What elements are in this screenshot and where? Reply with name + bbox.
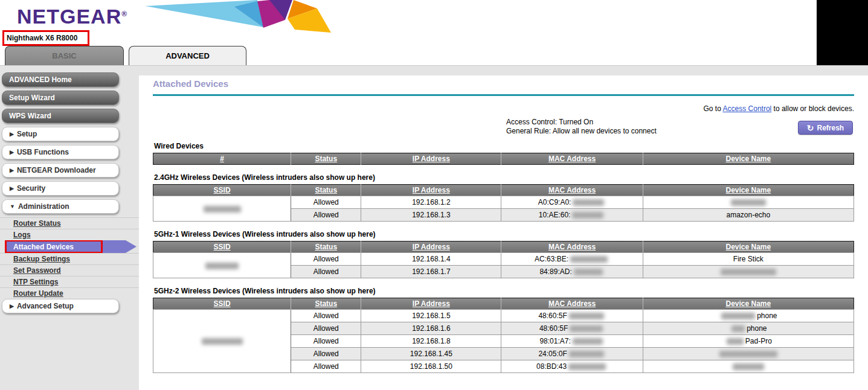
netgear-banner-graphic	[145, 0, 338, 33]
redacted-blur	[719, 351, 777, 357]
cell-text: Fire Stick	[733, 255, 764, 263]
registered-mark: ®	[121, 10, 127, 18]
sidebar-item-usb-functions[interactable]: ▶USB Functions	[2, 145, 119, 159]
sidebar-item-router-update[interactable]: Router Update	[0, 287, 139, 299]
device-name-cell: Pad-Pro	[643, 335, 854, 348]
sidebar-item-label: Security	[17, 184, 45, 193]
status-row: Access Control: Turned On General Rule: …	[153, 115, 854, 142]
sidebar-item-netgear-downloader[interactable]: ▶NETGEAR Downloader	[2, 163, 119, 177]
column-header-mac-address[interactable]: MAC Address	[501, 153, 643, 165]
status-cell: Allowed	[291, 209, 361, 222]
ip-address-cell: 192.168.1.5	[361, 310, 501, 322]
column-header-ssid[interactable]: SSID	[153, 185, 291, 196]
sidebar-item-label: WPS Wizard	[9, 112, 51, 120]
chevron-right-icon: ▶	[10, 167, 14, 173]
cell-text: 10:AE:60:	[539, 211, 571, 219]
sidebar-item-administration[interactable]: ▼Administration	[2, 199, 119, 214]
sidebar-item-label: USB Functions	[17, 148, 69, 156]
column-header-status[interactable]: Status	[291, 241, 361, 253]
redacted-blur	[731, 325, 745, 332]
section-label-2-4ghz-wireless-devices: 2.4GHz Wireless Devices (Wireless intrud…	[154, 173, 854, 182]
status-cell: Allowed	[291, 322, 361, 335]
router-admin-page: NETGEAR® Nighthawk X6 R8000 BASIC ADVANC…	[0, 0, 868, 390]
cell-text: Pad-Pro	[745, 337, 772, 345]
device-sections: Wired Devices#StatusIP AddressMAC Addres…	[153, 142, 854, 373]
table-row: Allowed192.168.1.548:60:5Fphone	[153, 310, 854, 322]
sidebar-item-wps-wizard[interactable]: WPS Wizard	[2, 109, 119, 123]
refresh-label: Refresh	[817, 124, 844, 132]
chevron-right-icon: ▶	[10, 303, 14, 309]
status-cell: Allowed	[291, 266, 361, 278]
column-header-ip-address[interactable]: IP Address	[361, 153, 501, 165]
status-cell: Allowed	[291, 348, 361, 360]
device-name-cell: amazon-echo	[643, 209, 854, 222]
table-header-row: #StatusIP AddressMAC AddressDevice Name	[153, 153, 854, 165]
mac-address-cell: 10:AE:60:	[501, 209, 643, 222]
sidebar-item-label: ADVANCED Home	[9, 75, 72, 84]
cell-text: phone	[757, 312, 777, 320]
column-header-status[interactable]: Status	[291, 153, 361, 165]
status-cell: Allowed	[291, 360, 361, 373]
column-header-ip-address[interactable]: IP Address	[361, 185, 501, 196]
column-header-device-name[interactable]: Device Name	[643, 185, 854, 196]
mac-address-cell: 98:01:A7:	[501, 335, 643, 348]
sidebar-item-router-status[interactable]: Router Status	[0, 217, 139, 229]
page-header: NETGEAR® Nighthawk X6 R8000 BASIC ADVANC…	[0, 0, 868, 65]
tab-basic[interactable]: BASIC	[5, 46, 124, 65]
sidebar-item-setup-wizard[interactable]: Setup Wizard	[2, 91, 119, 105]
column-header-mac-address[interactable]: MAC Address	[501, 185, 643, 196]
ip-address-cell: 192.168.1.50	[361, 360, 501, 373]
sidebar-item-label: Administration	[18, 202, 69, 211]
sidebar-item-attached-devices[interactable]: Attached Devices	[5, 240, 137, 253]
sidebar-item-logs[interactable]: Logs	[0, 229, 139, 240]
access-control-link[interactable]: Access Control	[723, 104, 772, 113]
refresh-button[interactable]: ↻ Refresh	[798, 121, 853, 135]
device-name-cell: phone	[643, 322, 854, 335]
sidebar-item-setup[interactable]: ▶Setup	[2, 127, 119, 141]
netgear-logo: NETGEAR®	[17, 5, 127, 28]
sidebar-item-advanced-home[interactable]: ADVANCED Home	[2, 72, 119, 87]
column-header-status[interactable]: Status	[291, 298, 361, 310]
sidebar-item-ntp-settings[interactable]: NTP Settings	[0, 276, 139, 287]
chevron-right-icon: ▶	[10, 149, 14, 155]
column-header-device-name[interactable]: Device Name	[643, 153, 854, 165]
sidebar-item-label: Advanced Setup	[17, 302, 74, 310]
column-header-ssid[interactable]: SSID	[153, 241, 291, 253]
section-label-5ghz-1-wireless-devices: 5GHz-1 Wireless Devices (Wireless intrud…	[154, 230, 854, 238]
column-header-ip-address[interactable]: IP Address	[361, 298, 501, 310]
redacted-blur	[731, 199, 766, 206]
main-content: Attached Devices Go to Access Control to…	[139, 75, 868, 390]
sidebar-item-set-password[interactable]: Set Password	[0, 264, 139, 276]
table-header-row: SSIDStatusIP AddressMAC AddressDevice Na…	[153, 298, 854, 310]
device-name-cell	[643, 196, 854, 209]
redacted-blur	[573, 338, 603, 345]
redacted-blur	[570, 256, 608, 263]
tab-advanced[interactable]: ADVANCED	[129, 46, 246, 65]
table-header-row: SSIDStatusIP AddressMAC AddressDevice Na…	[153, 241, 854, 253]
column-header-number[interactable]: #	[153, 153, 291, 165]
goto-suffix: to allow or block devices.	[771, 104, 854, 113]
ssid-cell	[153, 310, 291, 373]
redacted-blur	[568, 363, 606, 370]
device-name-cell	[643, 360, 854, 373]
access-control-note: Go to Access Control to allow or block d…	[153, 104, 854, 113]
column-header-status[interactable]: Status	[291, 185, 361, 196]
sidebar-item-security[interactable]: ▶Security	[2, 181, 119, 196]
redacted-blur	[205, 263, 239, 269]
mac-address-cell: AC:63:BE:	[501, 253, 643, 266]
column-header-mac-address[interactable]: MAC Address	[501, 241, 643, 253]
column-header-mac-address[interactable]: MAC Address	[501, 298, 643, 310]
column-header-device-name[interactable]: Device Name	[643, 298, 854, 310]
ip-address-cell: 192.168.1.45	[361, 348, 501, 360]
sidebar-item-label: Setup Wizard	[9, 94, 55, 102]
column-header-ssid[interactable]: SSID	[153, 298, 291, 310]
chevron-right-icon: ▶	[10, 185, 14, 191]
column-header-device-name[interactable]: Device Name	[643, 241, 854, 253]
column-header-ip-address[interactable]: IP Address	[361, 241, 501, 253]
refresh-icon: ↻	[807, 123, 814, 133]
chevron-down-icon: ▼	[10, 203, 15, 209]
status-cell: Allowed	[291, 310, 361, 322]
sidebar-item-backup-settings[interactable]: Backup Settings	[0, 253, 139, 264]
sidebar-item-advanced-setup[interactable]: ▶Advanced Setup	[2, 299, 119, 313]
sidebar-link-label: Backup Settings	[13, 255, 70, 263]
